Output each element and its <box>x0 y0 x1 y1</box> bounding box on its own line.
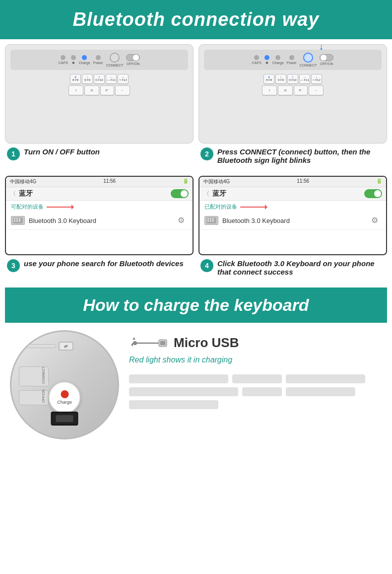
paired-devices-label-4: 已配对的设备 <box>199 201 386 212</box>
bluetooth-title-4: 蓝牙 <box>212 189 226 198</box>
toggle-knob-3 <box>181 190 188 197</box>
charge-section: ⇌ CONNECT OFF/ON Charge <box>5 323 387 447</box>
connect-side-btn: CONNECT <box>19 366 49 386</box>
device-row-3[interactable]: Bluetooth 3.0 Keyboard ⚙ <box>6 212 193 230</box>
page-title: Bluetooth connection way <box>10 9 382 30</box>
grey-block-4 <box>129 387 238 396</box>
grey-block-5 <box>242 387 282 396</box>
svg-rect-2 <box>16 218 18 219</box>
usb-symbol-svg <box>129 336 169 351</box>
key2-f9: (9 F9 <box>275 74 286 84</box>
key-f10: 00 F10 <box>94 74 105 84</box>
svg-rect-4 <box>14 220 15 221</box>
connect-btn-1 <box>110 53 120 63</box>
star-label-2: ✱ <box>265 61 268 65</box>
connect-btn-2 <box>303 53 313 63</box>
usb-cable <box>16 344 56 348</box>
back-btn-4[interactable]: 〈 <box>203 190 209 198</box>
star-indicator-2: ✱ <box>264 55 269 65</box>
phone-screenshot-4: 中国移动4G 11:56 🔋 〈 蓝牙 已配对的设备 <box>198 176 387 255</box>
svg-rect-9 <box>210 218 211 219</box>
charge-led-2 <box>275 55 280 60</box>
battery-3: 🔋 <box>183 178 189 185</box>
power-indicator: Power <box>93 55 103 65</box>
charge-led <box>82 55 87 60</box>
key2-p: P ' <box>294 85 308 95</box>
key2-i: I <box>262 85 277 95</box>
arrow-down-icon: ↓ <box>319 44 324 52</box>
usb-connector: ⇌ <box>59 342 73 351</box>
power-led <box>96 55 101 60</box>
offon-label-2: OFF/ON <box>320 62 333 66</box>
available-text-3: 可配对的设备 <box>11 203 44 211</box>
grey-block-6 <box>286 387 355 396</box>
svg-rect-5 <box>16 220 18 221</box>
charge-label-2: Charge <box>272 61 284 65</box>
key-f9: (9 F9 <box>82 74 93 84</box>
step-4-label: 4 Click Bluetooth 3.0 Keyboard on your p… <box>198 255 387 283</box>
switch-knob-1 <box>133 55 139 61</box>
key2-f8: ✱8 F8 <box>263 74 274 84</box>
phone-nav-bar-3: 〈 蓝牙 <box>6 187 193 201</box>
svg-marker-19 <box>131 343 133 347</box>
svg-rect-1 <box>14 218 15 219</box>
svg-rect-6 <box>19 220 20 221</box>
step-2-block: ↓ CAPS ✱ Charge Power <box>198 44 387 171</box>
section-2-title: How to charge the keyboard <box>15 295 377 315</box>
step-3-number: 3 <box>7 259 20 272</box>
usb-symbol: ⇌ <box>64 344 68 349</box>
paired-text-4: 已配对的设备 <box>204 203 237 211</box>
svg-rect-12 <box>210 220 211 221</box>
gear-icon-3[interactable]: ⚙ <box>178 215 188 225</box>
connect-indicator: CONNECT <box>106 53 124 67</box>
keyboard-top-bar-1: CAPS ✱ Charge Power <box>10 50 188 70</box>
grey-block-1 <box>129 374 228 383</box>
keyboard-icon-3 <box>11 216 25 225</box>
charge-indicator-2: Charge <box>272 55 284 65</box>
svg-rect-16 <box>160 341 165 345</box>
key-p: P ' <box>100 85 114 95</box>
back-btn-3[interactable]: 〈 <box>10 190 16 198</box>
step-1-text: Turn ON / OFF button <box>24 147 100 156</box>
offon-indicator-2: OFF/ON <box>320 54 333 66</box>
carrier-4: 中国移动4G <box>203 178 230 185</box>
device-name-4: Bluetooth 3.0 Keyboard <box>222 217 367 224</box>
arrow-line-3 <box>47 207 71 208</box>
step-1-number: 1 <box>7 147 20 160</box>
arrow-line-4 <box>240 207 265 208</box>
key-o: O <box>84 85 99 95</box>
phone-nav-bar-4: 〈 蓝牙 <box>199 187 386 201</box>
caps-indicator: CAPS <box>59 55 68 65</box>
grey-block-7 <box>129 400 218 409</box>
svg-rect-13 <box>212 220 214 221</box>
key-f12: += F12 <box>118 74 129 84</box>
star-indicator: ✱ <box>71 55 76 65</box>
gear-icon-4[interactable]: ⚙ <box>371 215 381 225</box>
step-4-text: Click Bluetooth 3.0 Keyboard on your pho… <box>217 259 385 276</box>
svg-marker-18 <box>132 337 135 340</box>
bluetooth-toggle-3[interactable] <box>171 189 189 198</box>
step-3-text: use your phone search for Bluetooth devi… <box>24 259 184 268</box>
grey-block-2 <box>232 374 282 383</box>
caps-label-2: CAPS <box>252 61 261 65</box>
phone-screenshot-3: 中国移动4G 11:56 🔋 〈 蓝牙 可配对的设备 <box>5 176 194 255</box>
key-i: I <box>68 85 83 95</box>
key2-backspace: ← <box>309 85 324 95</box>
usb-port-bottom <box>51 412 78 426</box>
svg-rect-11 <box>207 220 209 221</box>
step-2-number: 2 <box>200 147 213 160</box>
charge-circle-text: Charge <box>57 400 72 405</box>
device-row-4[interactable]: Bluetooth 3.0 Keyboard ⚙ <box>199 212 386 230</box>
steps-grid-top: → CAPS ✱ Charge <box>5 44 387 171</box>
time-4: 11:56 <box>297 178 309 185</box>
step-4-number: 4 <box>200 259 213 272</box>
star-label: ✱ <box>72 61 75 65</box>
switch-knob-2 <box>321 55 327 61</box>
keys-row-1b: I O P ' ← <box>68 85 130 95</box>
time-3: 11:56 <box>103 178 116 185</box>
offon-indicator: OFF/ON <box>126 54 140 66</box>
key-backspace: ← <box>115 85 130 95</box>
grey-block-3 <box>286 374 365 383</box>
keyboard-top-bar-2: ↓ CAPS ✱ Charge Power <box>204 50 382 70</box>
bluetooth-toggle-4[interactable] <box>364 189 382 198</box>
